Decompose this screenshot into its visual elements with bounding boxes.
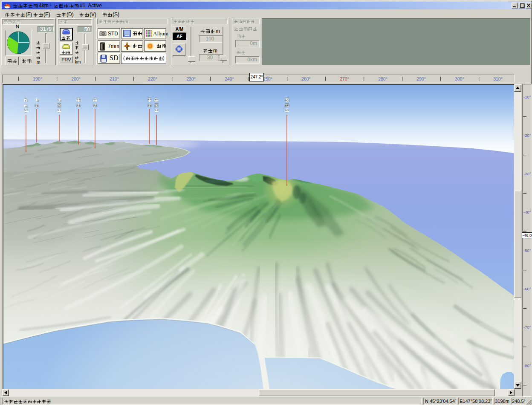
svg-text:270°: 270° bbox=[340, 76, 349, 81]
svg-text:190°: 190° bbox=[33, 76, 42, 81]
svg-text:-10°: -10° bbox=[523, 95, 531, 99]
svg-text:-40°: -40° bbox=[523, 210, 531, 214]
svg-text:-50°: -50° bbox=[523, 248, 531, 253]
svg-text:300°: 300° bbox=[455, 76, 464, 81]
svg-text:-20°: -20° bbox=[523, 133, 531, 138]
svg-text:-70°: -70° bbox=[523, 325, 531, 330]
svg-text:280°: 280° bbox=[378, 76, 387, 81]
svg-text:-60°: -60° bbox=[523, 286, 531, 291]
svg-text:220°: 220° bbox=[148, 76, 157, 81]
svg-text:200°: 200° bbox=[71, 76, 81, 81]
svg-text:260°: 260° bbox=[301, 76, 311, 81]
svg-text:240°: 240° bbox=[225, 76, 234, 81]
svg-text:210°: 210° bbox=[110, 76, 119, 81]
svg-text:250°: 250° bbox=[263, 76, 272, 81]
svg-text:-80°: -80° bbox=[523, 363, 531, 368]
svg-text:230°: 230° bbox=[186, 76, 196, 81]
svg-text:290°: 290° bbox=[416, 76, 426, 81]
svg-text:-30°: -30° bbox=[523, 171, 531, 176]
svg-text:310°: 310° bbox=[493, 76, 503, 81]
